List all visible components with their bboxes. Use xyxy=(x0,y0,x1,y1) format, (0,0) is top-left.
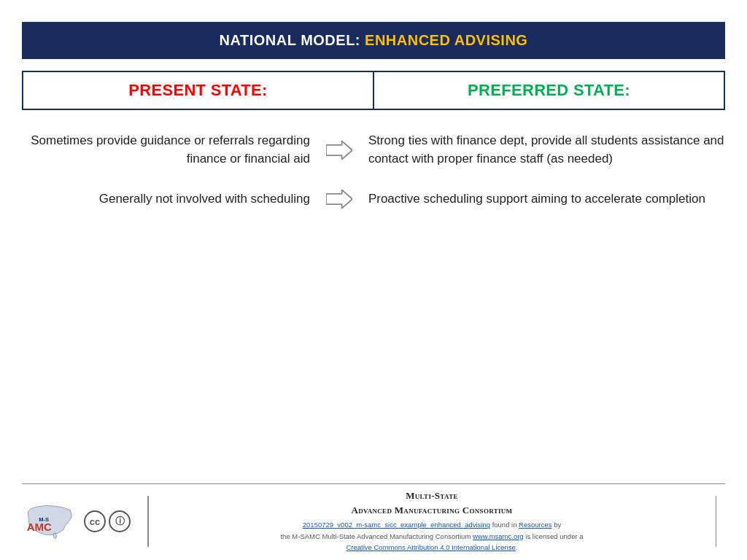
present-state-label: PRESENT STATE: xyxy=(23,72,374,109)
org-name-line2: Advanced Manufacturing Consortium xyxy=(352,505,513,516)
right-arrow-icon-2 xyxy=(326,190,352,209)
resources-link[interactable]: Resources xyxy=(519,521,551,529)
footer-text-block: Multi-State Advanced Manufacturing Conso… xyxy=(158,490,707,553)
amc-map-logo: M-S AMC xyxy=(22,499,77,543)
state-labels-row: PRESENT STATE: PREFERRED STATE: xyxy=(22,71,725,110)
present-text-2: Generally not involved with scheduling xyxy=(22,190,317,209)
cc-license-icons: cc ⓘ xyxy=(84,510,131,532)
license-mid: is licensed under a xyxy=(525,532,583,540)
file-link[interactable]: 20150729_v002_m-samc_sicc_example_enhanc… xyxy=(303,521,490,529)
svg-marker-0 xyxy=(326,141,352,159)
svg-marker-1 xyxy=(326,190,352,209)
header-text: NATIONAL MODEL: ENHANCED ADVISING xyxy=(220,32,528,48)
website-link[interactable]: www.msamc.org xyxy=(473,532,524,540)
svg-text:AMC: AMC xyxy=(27,521,52,534)
footer-divider-left xyxy=(147,496,149,547)
preferred-text-2: Proactive scheduling support aiming to a… xyxy=(361,190,725,209)
arrow-col-2 xyxy=(317,190,361,209)
footer: M-S AMC cc ⓘ Multi-State Advanced Manufa… xyxy=(22,483,725,560)
header-highlight: ENHANCED ADVISING xyxy=(365,32,527,48)
org-name-line1: Multi-State xyxy=(406,490,457,502)
spacer xyxy=(0,304,747,483)
slide: NATIONAL MODEL: ENHANCED ADVISING PRESEN… xyxy=(0,0,747,560)
header-bar: NATIONAL MODEL: ENHANCED ADVISING xyxy=(22,22,725,59)
period: . xyxy=(516,543,518,551)
comparison-row-2: Generally not involved with scheduling P… xyxy=(22,182,725,223)
footer-divider-right xyxy=(716,496,717,547)
present-text-1: Sometimes provide guidance or referrals … xyxy=(22,132,317,168)
header-prefix: NATIONAL MODEL: xyxy=(220,32,365,48)
found-in-text: found in xyxy=(492,521,517,529)
cc-license-link[interactable]: Creative Commons Attribution 4.0 Interna… xyxy=(347,543,516,551)
preferred-text-1: Strong ties with finance dept, provide a… xyxy=(361,132,725,168)
right-arrow-icon-1 xyxy=(326,141,352,160)
arrow-col-1 xyxy=(317,141,361,160)
by-icon: ⓘ xyxy=(109,510,131,532)
preferred-state-label: PREFERRED STATE: xyxy=(374,72,724,109)
footer-links: 20150729_v002_m-samc_sicc_example_enhanc… xyxy=(280,519,583,553)
comparison-row-1: Sometimes provide guidance or referrals … xyxy=(22,125,725,182)
content-area: Sometimes provide guidance or referrals … xyxy=(22,125,725,304)
license-prefix: the M-SAMC Multi-State Advanced Manufact… xyxy=(280,532,471,540)
by-text: by xyxy=(554,521,561,529)
cc-icon: cc xyxy=(84,510,106,532)
footer-logo-area: M-S AMC cc ⓘ xyxy=(22,499,139,543)
